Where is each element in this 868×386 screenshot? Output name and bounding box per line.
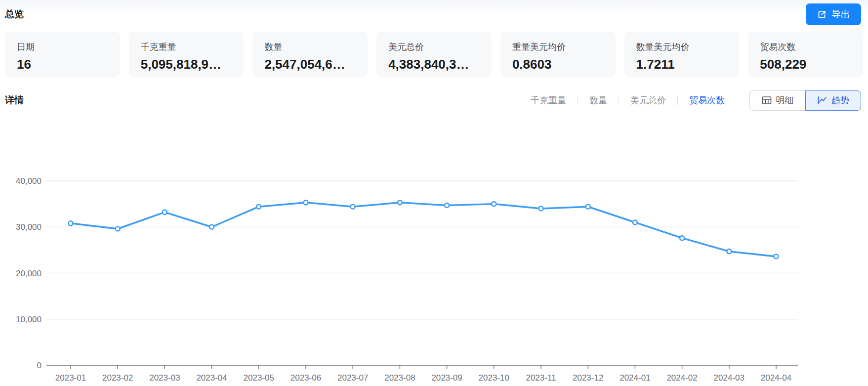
data-point[interactable] bbox=[209, 225, 214, 229]
card-date: 日期 16 bbox=[5, 32, 120, 77]
x-axis-label: 2023-04 bbox=[196, 373, 227, 383]
data-point[interactable] bbox=[774, 254, 779, 258]
metric-tab-usd-total[interactable]: 美元总价 bbox=[630, 94, 666, 106]
tab-divider bbox=[578, 96, 578, 105]
card-usd-total: 美元总价 4,383,840,3… bbox=[376, 32, 492, 77]
x-axis-label: 2024-01 bbox=[620, 373, 650, 383]
card-label: 重量美元均价 bbox=[512, 41, 604, 53]
trend-chart: 010,00020,00030,00040,0002023-012023-022… bbox=[0, 119, 868, 386]
x-axis-label: 2023-06 bbox=[290, 373, 321, 383]
summary-cards: 日期 16 千克重量 5,095,818,9… 数量 2,547,054,6… … bbox=[5, 32, 863, 77]
tab-divider bbox=[619, 96, 619, 105]
trade-dashboard: 总览 导出 日期 16 千克重量 5,095,818,9… 数量 2,547,0… bbox=[0, 0, 868, 386]
detail-title: 详情 bbox=[5, 94, 24, 107]
card-value: 2,547,054,6… bbox=[264, 57, 356, 72]
trend-icon bbox=[817, 96, 827, 105]
y-axis-label: 20,000 bbox=[16, 269, 41, 278]
detail-toolbar: 详情 千克重量 数量 美元总价 贸易次数 明细 bbox=[5, 90, 861, 111]
x-axis-label: 2024-02 bbox=[666, 373, 697, 383]
x-axis-label: 2023-10 bbox=[479, 373, 509, 383]
x-axis-label: 2023-05 bbox=[244, 373, 274, 383]
detail-view-button[interactable]: 明细 bbox=[749, 90, 805, 111]
card-value: 5,095,818,9… bbox=[141, 57, 232, 72]
x-axis-label: 2023-12 bbox=[573, 373, 603, 383]
data-point[interactable] bbox=[163, 210, 167, 214]
y-axis-label: 10,000 bbox=[16, 315, 41, 324]
data-point[interactable] bbox=[633, 220, 637, 224]
data-point[interactable] bbox=[116, 226, 120, 231]
card-value: 16 bbox=[17, 57, 108, 72]
page-title: 总览 bbox=[5, 8, 24, 21]
card-quantity-avg-price: 数量美元均价 1.7211 bbox=[624, 32, 740, 77]
card-trade-count: 贸易次数 508,229 bbox=[748, 32, 863, 77]
card-label: 数量美元均价 bbox=[636, 41, 728, 53]
overview-header: 总览 导出 bbox=[0, 0, 868, 25]
data-point[interactable] bbox=[492, 202, 496, 206]
export-button[interactable]: 导出 bbox=[806, 3, 861, 25]
x-axis-label: 2023-03 bbox=[149, 373, 180, 383]
export-button-label: 导出 bbox=[831, 8, 850, 21]
metric-tabs: 千克重量 数量 美元总价 贸易次数 bbox=[531, 94, 725, 106]
x-axis-label: 2023-09 bbox=[431, 373, 462, 383]
metric-tab-quantity[interactable]: 数量 bbox=[589, 94, 607, 106]
card-weight-avg-price: 重量美元均价 0.8603 bbox=[500, 32, 616, 77]
table-icon bbox=[762, 96, 772, 105]
x-axis-label: 2023-11 bbox=[526, 373, 556, 383]
data-point[interactable] bbox=[586, 205, 590, 209]
metric-tab-kg-weight[interactable]: 千克重量 bbox=[531, 94, 566, 106]
view-toggle: 明细 趋势 bbox=[749, 90, 861, 111]
y-axis-label: 30,000 bbox=[16, 222, 41, 232]
data-point[interactable] bbox=[680, 236, 684, 240]
card-quantity: 数量 2,547,054,6… bbox=[252, 32, 368, 77]
data-point[interactable] bbox=[69, 221, 73, 225]
card-label: 美元总价 bbox=[388, 41, 480, 53]
x-axis-label: 2024-03 bbox=[714, 373, 744, 383]
card-value: 1.7211 bbox=[636, 57, 728, 72]
trend-view-label: 趋势 bbox=[831, 94, 849, 106]
card-label: 贸易次数 bbox=[760, 41, 851, 53]
x-axis-label: 2023-02 bbox=[102, 373, 133, 383]
trend-view-button[interactable]: 趋势 bbox=[805, 90, 861, 111]
card-value: 508,229 bbox=[760, 57, 851, 72]
data-point[interactable] bbox=[445, 203, 449, 208]
data-point[interactable] bbox=[727, 249, 731, 254]
y-axis-label: 0 bbox=[37, 361, 41, 370]
card-value: 4,383,840,3… bbox=[388, 57, 480, 72]
card-value: 0.8603 bbox=[512, 57, 604, 72]
data-point[interactable] bbox=[539, 206, 543, 211]
chart-area: 010,00020,00030,00040,0002023-012023-022… bbox=[0, 119, 868, 386]
trend-line bbox=[71, 203, 776, 257]
data-point[interactable] bbox=[351, 205, 355, 209]
card-kg-weight: 千克重量 5,095,818,9… bbox=[129, 32, 244, 77]
detail-view-label: 明细 bbox=[776, 94, 794, 106]
x-axis-label: 2023-07 bbox=[337, 373, 368, 383]
data-point[interactable] bbox=[398, 200, 402, 205]
export-icon bbox=[817, 9, 827, 20]
data-point[interactable] bbox=[256, 205, 261, 209]
y-axis-label: 40,000 bbox=[16, 176, 41, 186]
x-axis-label: 2024-04 bbox=[761, 373, 791, 383]
card-label: 数量 bbox=[264, 41, 356, 53]
metric-tab-trade-count[interactable]: 贸易次数 bbox=[689, 94, 725, 106]
tab-divider bbox=[677, 96, 678, 105]
data-point[interactable] bbox=[304, 200, 308, 205]
card-label: 日期 bbox=[17, 41, 108, 53]
x-axis-label: 2023-01 bbox=[55, 373, 86, 383]
x-axis-label: 2023-08 bbox=[384, 373, 415, 383]
card-label: 千克重量 bbox=[141, 41, 232, 53]
